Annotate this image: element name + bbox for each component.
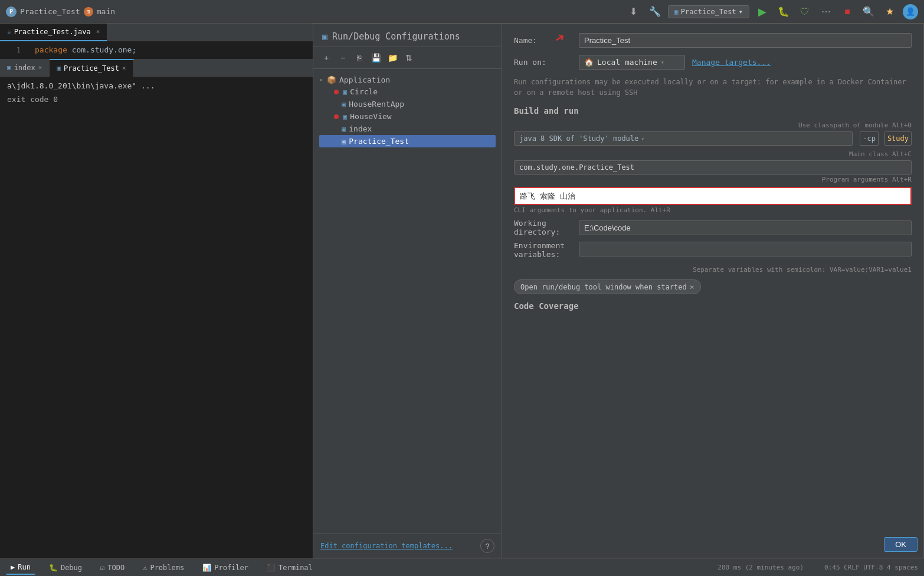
badge-close-icon[interactable]: × [690, 282, 694, 291]
run-on-label: Run on: [514, 58, 579, 67]
env-vars-input[interactable] [579, 242, 912, 256]
run-button[interactable]: ▶ [754, 4, 771, 20]
branch-name: main [97, 7, 115, 16]
run-debug-dialog: ▣ Run/Debug Configurations + − ⎘ 💾 📁 ⇅ ▾… [313, 24, 924, 558]
manage-targets-link[interactable]: Manage targets... [692, 58, 771, 67]
bookmark-button[interactable]: ★ [882, 4, 898, 20]
bottom-tab-terminal[interactable]: ⬛ Terminal [262, 561, 317, 574]
remove-config-button[interactable]: − [336, 51, 350, 65]
build-run-header: Build and run [514, 106, 912, 116]
edit-templates-link[interactable]: Edit configuration templates... [320, 542, 453, 550]
working-dir-label: Working directory: [514, 219, 579, 236]
dialog-toolbar: + − ⎘ 💾 📁 ⇅ [313, 47, 502, 69]
editor-tab-label: Practice_Test.java [14, 28, 91, 36]
save-config-button[interactable]: 💾 [369, 51, 383, 65]
working-dir-input[interactable] [579, 220, 912, 235]
sort-config-button[interactable]: ⇅ [402, 51, 416, 65]
dialog-footer: Edit configuration templates... ? [313, 534, 502, 558]
build-run-sdk-row: java 8 SDK of 'Study' module ▾ -cp Study [514, 131, 912, 146]
terminal-tab-practice-test[interactable]: ▣ Practice_Test × [50, 59, 133, 77]
cp-label: -cp [860, 131, 879, 146]
branch-icon: m [84, 7, 93, 17]
terminal-output: a\jdk1.8.0_201\bin\java.exe" ... exit co… [0, 77, 313, 558]
run-on-value: Local machine [597, 58, 657, 67]
copy-config-button[interactable]: ⎘ [352, 51, 366, 65]
right-status: 0:45 CRLF UTF-8 4 spaces [824, 564, 918, 571]
avatar-button[interactable]: 👤 [903, 4, 918, 19]
main-class-input[interactable] [514, 160, 912, 175]
project-info: P Practice_Test m main [6, 6, 115, 17]
bottom-bar: ▶ Run 🐛 Debug ☑ TODO ⚠ Problems 📊 Profil… [0, 558, 924, 576]
ok-button[interactable]: OK [884, 537, 918, 552]
sdk-value: java 8 SDK of 'Study' module [519, 134, 638, 143]
application-group-header[interactable]: ▾ 📦 Application [319, 74, 496, 85]
folder-config-button[interactable]: 📁 [385, 51, 399, 65]
open-run-badge-label: Open run/debug tool window when started [520, 283, 687, 291]
env-vars-row: Environment variables: [514, 241, 912, 259]
bottom-tab-run[interactable]: ▶ Run [6, 561, 35, 575]
terminal-tab-index[interactable]: ▣ index × [0, 59, 50, 77]
top-bar: P Practice_Test m main ⬇ 🔧 ▣ Practice_Te… [0, 0, 924, 24]
sdk-select[interactable]: java 8 SDK of 'Study' module ▾ [514, 131, 853, 146]
config-tree: ▾ 📦 Application ▣ Circle ▣ HouseRentApp [313, 69, 502, 534]
project-name: Practice_Test [20, 7, 80, 16]
search-button[interactable]: 🔍 [860, 4, 877, 20]
debug-button[interactable]: 🐛 [775, 4, 792, 20]
name-row: Name: [514, 33, 912, 48]
add-config-button[interactable]: + [319, 51, 333, 65]
code-line-1: 1 package com.study.one; [0, 44, 313, 56]
bottom-tab-todo[interactable]: ☑ TODO [96, 561, 129, 574]
dialog-right-panel: Name: Run on: 🏠 Local machine ▾ Manage t… [502, 24, 923, 558]
tree-item-houseview[interactable]: ▣ HouseView [319, 110, 496, 123]
code-editor[interactable]: 1 package com.study.one; 2 3 4 5 public … [0, 41, 313, 59]
env-vars-label: Environment variables: [514, 241, 579, 259]
tree-item-circle[interactable]: ▣ Circle [319, 85, 496, 98]
dialog-title: ▣ Run/Debug Configurations [313, 24, 502, 47]
open-run-badge: Open run/debug tool window when started … [514, 279, 912, 301]
tree-item-index[interactable]: ▣ index [319, 123, 496, 135]
run-on-select[interactable]: 🏠 Local machine ▾ [579, 55, 685, 70]
terminal-line-1: a\jdk1.8.0_201\bin\java.exe" ... [7, 81, 306, 90]
editor-tab-practice-test[interactable]: ☕ Practice_Test.java × [0, 24, 107, 41]
error-icon-circle [334, 90, 339, 94]
bottom-tab-profiler[interactable]: 📊 Profiler [198, 561, 253, 574]
run-info-text: Run configurations may be executed local… [514, 77, 912, 98]
name-input[interactable] [579, 33, 912, 48]
bottom-tab-debug[interactable]: 🐛 Debug [44, 561, 87, 574]
run-on-row: Run on: 🏠 Local machine ▾ Manage targets… [514, 55, 912, 70]
home-icon: 🏠 [584, 58, 594, 67]
help-button[interactable]: ? [480, 539, 494, 553]
working-dir-row: Working directory: [514, 219, 912, 236]
error-icon-houseview [334, 114, 339, 119]
dialog-left-panel: ▣ Run/Debug Configurations + − ⎘ 💾 📁 ⇅ ▾… [313, 24, 502, 558]
terminal-tab-bar: ▣ index × ▣ Practice_Test × [0, 59, 313, 77]
program-args-input[interactable] [514, 187, 912, 205]
toolbar-icon-1[interactable]: ⬇ [625, 4, 642, 20]
dialog-ok-area: OK [884, 537, 918, 552]
run-config-dropdown[interactable]: ▣ Practice_Test ▾ [668, 5, 749, 18]
program-args-hint: Program arguments Alt+R [514, 176, 912, 183]
tree-item-practice-test[interactable]: ▣ Practice_Test [319, 135, 496, 147]
name-label: Name: [514, 36, 579, 45]
chevron-down-icon: ▾ [661, 59, 664, 65]
use-classpath-hint: Use classpath of module Alt+O [514, 121, 912, 129]
stop-button[interactable]: ■ [839, 4, 856, 20]
dropdown-arrow: ▾ [739, 8, 743, 16]
toolbar-icon-2[interactable]: 🔧 [647, 4, 663, 20]
bottom-tab-problems[interactable]: ⚠ Problems [138, 561, 189, 574]
cp-value: Study [884, 131, 912, 146]
main-class-hint: Main class Alt+C [514, 150, 912, 158]
application-group: ▾ 📦 Application ▣ Circle ▣ HouseRentApp [313, 72, 502, 150]
coverage-button[interactable]: 🛡 [797, 4, 813, 20]
more-button[interactable]: ⋯ [818, 4, 834, 20]
status-time: 280 ms (2 minutes ago) [717, 564, 804, 571]
run-config-label: Practice_Test [681, 8, 736, 16]
code-coverage-header: Code Coverage [514, 301, 912, 311]
tree-item-houserentapp[interactable]: ▣ HouseRentApp [319, 98, 496, 110]
terminal-line-exit: exit code 0 [7, 95, 306, 104]
cli-hint: CLI arguments to your application. Alt+R [514, 206, 912, 214]
sep-hint: Separate variables with semicolon: VAR=v… [514, 266, 912, 274]
project-icon: P [6, 6, 17, 17]
sdk-chevron-icon: ▾ [641, 136, 644, 142]
